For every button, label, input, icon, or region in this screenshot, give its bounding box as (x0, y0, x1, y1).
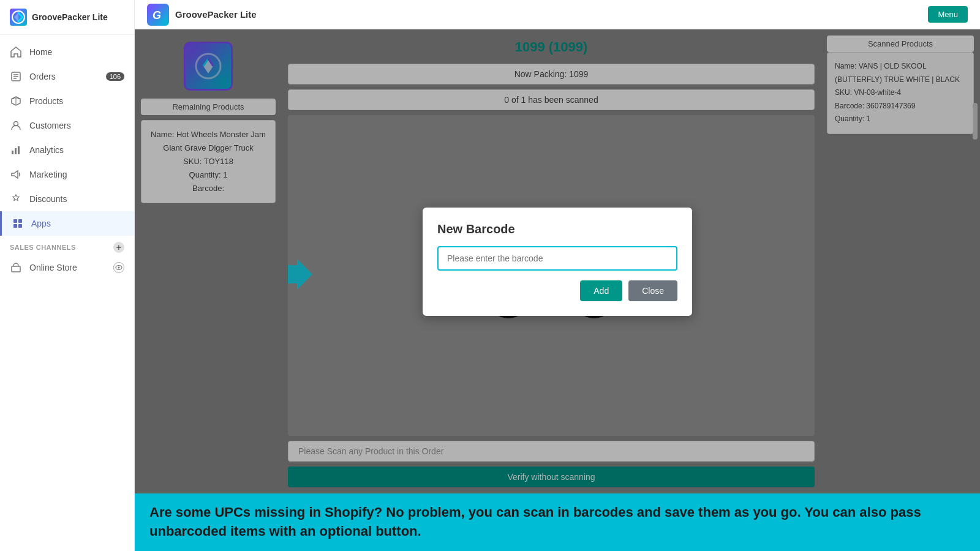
new-barcode-modal: New Barcode Add Close (423, 208, 692, 316)
topbar-app-title: GroovePacker Lite (175, 9, 257, 20)
sidebar-item-marketing[interactable]: Marketing (0, 162, 134, 187)
add-barcode-button[interactable]: Add (580, 280, 622, 301)
sidebar-item-customers[interactable]: Customers (0, 113, 134, 138)
main-content: G GroovePacker Lite Menu (135, 0, 980, 551)
sidebar-item-online-store[interactable]: Online Store (0, 255, 134, 280)
sidebar-item-discounts-label: Discounts (29, 194, 67, 204)
sidebar-item-analytics-label: Analytics (29, 145, 64, 155)
svg-rect-9 (15, 148, 17, 154)
orders-icon (10, 70, 22, 83)
content-area: Remaining Products Name: Hot Wheels Mons… (135, 29, 980, 493)
svg-rect-12 (18, 219, 22, 223)
sidebar-nav: Home Orders 106 (0, 35, 134, 551)
topbar-logo-icon: G (147, 4, 169, 26)
svg-rect-8 (12, 151, 13, 154)
sidebar-item-home-label: Home (29, 47, 52, 57)
svg-rect-14 (18, 224, 22, 228)
sidebar-item-home[interactable]: Home (0, 40, 134, 64)
sidebar-app-title: GroovePacker Lite (32, 12, 108, 22)
menu-button[interactable]: Menu (928, 6, 968, 23)
sidebar-logo-area: GroovePacker Lite (10, 9, 124, 26)
svg-rect-13 (13, 224, 17, 228)
sidebar-item-products[interactable]: Products (0, 89, 134, 113)
sidebar-item-apps-label: Apps (31, 219, 51, 228)
apps-icon (12, 217, 24, 230)
svg-point-17 (118, 267, 120, 269)
sidebar-item-customers-label: Customers (29, 121, 71, 130)
online-store-eye-icon[interactable] (113, 262, 124, 273)
marketing-icon (10, 168, 22, 181)
sidebar-item-orders-label: Orders (29, 72, 56, 81)
svg-rect-10 (18, 146, 20, 154)
svg-rect-15 (12, 266, 20, 272)
sidebar-item-marketing-label: Marketing (29, 170, 67, 179)
svg-text:G: G (153, 9, 161, 21)
sidebar-item-analytics[interactable]: Analytics (0, 138, 134, 162)
sidebar-header: GroovePacker Lite (0, 0, 134, 35)
groovepacker-logo-icon (10, 9, 27, 26)
svg-rect-11 (13, 219, 17, 223)
sales-channels-label: SALES CHANNELS (10, 244, 76, 251)
sales-channels-section: SALES CHANNELS + (0, 236, 134, 255)
products-icon (10, 95, 22, 107)
sidebar-item-online-store-label: Online Store (29, 263, 77, 272)
modal-actions: Add Close (437, 280, 677, 301)
customers-icon (10, 119, 22, 132)
orders-badge: 106 (106, 72, 124, 81)
topbar: G GroovePacker Lite Menu (135, 0, 980, 29)
add-sales-channel-button[interactable]: + (113, 242, 124, 253)
bottom-banner: Are some UPCs missing in Shopify? No pro… (135, 493, 980, 551)
sidebar-item-orders[interactable]: Orders 106 (0, 64, 134, 89)
sidebar-item-discounts[interactable]: Discounts (0, 187, 134, 211)
home-icon (10, 46, 22, 58)
topbar-left: G GroovePacker Lite (147, 4, 257, 26)
modal-title: New Barcode (437, 222, 677, 236)
sidebar-item-apps[interactable]: Apps (0, 211, 134, 236)
discounts-icon (10, 193, 22, 205)
sidebar: GroovePacker Lite Home (0, 0, 135, 551)
sidebar-item-products-label: Products (29, 96, 63, 106)
analytics-icon (10, 144, 22, 156)
close-modal-button[interactable]: Close (628, 280, 677, 301)
bottom-banner-text: Are some UPCs missing in Shopify? No pro… (149, 503, 965, 541)
modal-overlay: New Barcode Add Close (135, 29, 980, 493)
barcode-input[interactable] (437, 246, 677, 271)
online-store-icon (10, 261, 22, 274)
